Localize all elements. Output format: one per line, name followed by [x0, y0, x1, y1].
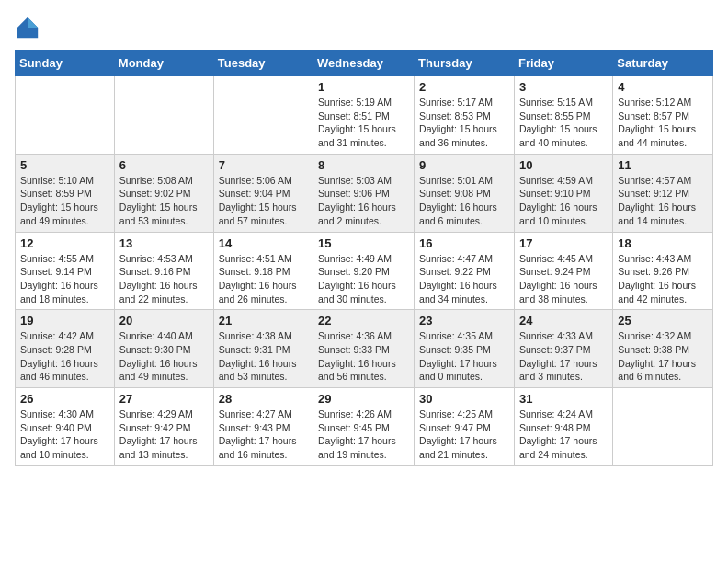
calendar-day-21: 21Sunrise: 4:38 AM Sunset: 9:31 PM Dayli…	[213, 310, 313, 388]
calendar-day-28: 28Sunrise: 4:27 AM Sunset: 9:43 PM Dayli…	[213, 388, 313, 466]
day-info: Sunrise: 4:49 AM Sunset: 9:20 PM Dayligh…	[318, 252, 409, 306]
day-info: Sunrise: 4:25 AM Sunset: 9:47 PM Dayligh…	[419, 408, 509, 462]
day-info: Sunrise: 5:06 AM Sunset: 9:04 PM Dayligh…	[219, 174, 308, 228]
calendar-table: SundayMondayTuesdayWednesdayThursdayFrid…	[15, 50, 713, 466]
logo	[15, 15, 44, 40]
day-info: Sunrise: 4:47 AM Sunset: 9:22 PM Dayligh…	[419, 252, 509, 306]
calendar-day-22: 22Sunrise: 4:36 AM Sunset: 9:33 PM Dayli…	[313, 310, 415, 388]
day-info: Sunrise: 5:03 AM Sunset: 9:06 PM Dayligh…	[318, 174, 409, 228]
calendar-day-31: 31Sunrise: 4:24 AM Sunset: 9:48 PM Dayli…	[514, 388, 612, 466]
calendar-day-11: 11Sunrise: 4:57 AM Sunset: 9:12 PM Dayli…	[613, 154, 713, 232]
calendar-week-row: 5Sunrise: 5:10 AM Sunset: 8:59 PM Daylig…	[16, 154, 713, 232]
calendar-day-13: 13Sunrise: 4:53 AM Sunset: 9:16 PM Dayli…	[114, 232, 213, 310]
calendar-day-2: 2Sunrise: 5:17 AM Sunset: 8:53 PM Daylig…	[415, 76, 515, 155]
day-number: 15	[318, 236, 409, 250]
day-number: 20	[119, 314, 209, 327]
day-number: 19	[20, 314, 109, 327]
weekday-header-sunday: Sunday	[16, 51, 115, 76]
weekday-header-row: SundayMondayTuesdayWednesdayThursdayFrid…	[16, 51, 713, 76]
day-number: 21	[219, 314, 308, 327]
day-number: 5	[20, 158, 109, 172]
calendar-day-17: 17Sunrise: 4:45 AM Sunset: 9:24 PM Dayli…	[514, 232, 612, 310]
calendar-day-24: 24Sunrise: 4:33 AM Sunset: 9:37 PM Dayli…	[514, 310, 612, 388]
day-number: 3	[519, 80, 608, 94]
day-number: 12	[20, 236, 109, 250]
day-info: Sunrise: 4:38 AM Sunset: 9:31 PM Dayligh…	[219, 329, 308, 384]
calendar-day-16: 16Sunrise: 4:47 AM Sunset: 9:22 PM Dayli…	[415, 232, 515, 310]
weekday-header-saturday: Saturday	[613, 51, 713, 76]
empty-day-cell	[114, 76, 213, 155]
weekday-header-monday: Monday	[114, 51, 213, 76]
day-info: Sunrise: 4:45 AM Sunset: 9:24 PM Dayligh…	[519, 252, 608, 306]
day-info: Sunrise: 4:51 AM Sunset: 9:18 PM Dayligh…	[219, 252, 308, 306]
day-number: 28	[219, 392, 308, 406]
day-number: 25	[618, 314, 708, 327]
day-info: Sunrise: 4:35 AM Sunset: 9:35 PM Dayligh…	[419, 329, 509, 384]
empty-day-cell	[213, 76, 313, 155]
weekday-header-friday: Friday	[514, 51, 612, 76]
empty-day-cell	[16, 76, 115, 155]
day-number: 14	[219, 236, 308, 250]
calendar-week-row: 26Sunrise: 4:30 AM Sunset: 9:40 PM Dayli…	[16, 388, 713, 466]
day-number: 1	[318, 80, 409, 94]
day-number: 30	[419, 392, 509, 406]
weekday-header-thursday: Thursday	[415, 51, 515, 76]
day-info: Sunrise: 5:10 AM Sunset: 8:59 PM Dayligh…	[20, 174, 109, 228]
calendar-day-14: 14Sunrise: 4:51 AM Sunset: 9:18 PM Dayli…	[213, 232, 313, 310]
calendar-day-19: 19Sunrise: 4:42 AM Sunset: 9:28 PM Dayli…	[16, 310, 115, 388]
day-info: Sunrise: 4:36 AM Sunset: 9:33 PM Dayligh…	[318, 329, 409, 384]
calendar-day-7: 7Sunrise: 5:06 AM Sunset: 9:04 PM Daylig…	[213, 154, 313, 232]
calendar-day-1: 1Sunrise: 5:19 AM Sunset: 8:51 PM Daylig…	[313, 76, 415, 155]
day-info: Sunrise: 4:53 AM Sunset: 9:16 PM Dayligh…	[119, 252, 209, 306]
calendar-week-row: 12Sunrise: 4:55 AM Sunset: 9:14 PM Dayli…	[16, 232, 713, 310]
empty-day-cell	[613, 388, 713, 466]
svg-marker-1	[28, 17, 38, 28]
day-number: 8	[318, 158, 409, 172]
day-info: Sunrise: 4:43 AM Sunset: 9:26 PM Dayligh…	[618, 252, 708, 306]
day-info: Sunrise: 4:40 AM Sunset: 9:30 PM Dayligh…	[119, 329, 209, 384]
day-info: Sunrise: 4:32 AM Sunset: 9:38 PM Dayligh…	[618, 329, 708, 384]
day-info: Sunrise: 5:08 AM Sunset: 9:02 PM Dayligh…	[119, 174, 209, 228]
calendar-day-6: 6Sunrise: 5:08 AM Sunset: 9:02 PM Daylig…	[114, 154, 213, 232]
calendar-day-12: 12Sunrise: 4:55 AM Sunset: 9:14 PM Dayli…	[16, 232, 115, 310]
calendar-day-25: 25Sunrise: 4:32 AM Sunset: 9:38 PM Dayli…	[613, 310, 713, 388]
day-info: Sunrise: 4:26 AM Sunset: 9:45 PM Dayligh…	[318, 408, 409, 462]
day-number: 23	[419, 314, 509, 327]
weekday-header-tuesday: Tuesday	[213, 51, 313, 76]
day-number: 31	[519, 392, 608, 406]
day-info: Sunrise: 4:29 AM Sunset: 9:42 PM Dayligh…	[119, 408, 209, 462]
calendar-day-4: 4Sunrise: 5:12 AM Sunset: 8:57 PM Daylig…	[613, 76, 713, 155]
day-number: 22	[318, 314, 409, 327]
day-info: Sunrise: 4:57 AM Sunset: 9:12 PM Dayligh…	[618, 174, 708, 228]
day-number: 16	[419, 236, 509, 250]
day-info: Sunrise: 4:27 AM Sunset: 9:43 PM Dayligh…	[219, 408, 308, 462]
calendar-day-26: 26Sunrise: 4:30 AM Sunset: 9:40 PM Dayli…	[16, 388, 115, 466]
day-number: 13	[119, 236, 209, 250]
day-number: 11	[618, 158, 708, 172]
day-number: 17	[519, 236, 608, 250]
day-info: Sunrise: 5:01 AM Sunset: 9:08 PM Dayligh…	[419, 174, 509, 228]
day-number: 4	[618, 80, 708, 94]
calendar-week-row: 19Sunrise: 4:42 AM Sunset: 9:28 PM Dayli…	[16, 310, 713, 388]
calendar-day-30: 30Sunrise: 4:25 AM Sunset: 9:47 PM Dayli…	[415, 388, 515, 466]
calendar-day-27: 27Sunrise: 4:29 AM Sunset: 9:42 PM Dayli…	[114, 388, 213, 466]
calendar-day-5: 5Sunrise: 5:10 AM Sunset: 8:59 PM Daylig…	[16, 154, 115, 232]
calendar-day-10: 10Sunrise: 4:59 AM Sunset: 9:10 PM Dayli…	[514, 154, 612, 232]
day-info: Sunrise: 5:17 AM Sunset: 8:53 PM Dayligh…	[419, 96, 509, 150]
day-info: Sunrise: 4:55 AM Sunset: 9:14 PM Dayligh…	[20, 252, 109, 306]
calendar-week-row: 1Sunrise: 5:19 AM Sunset: 8:51 PM Daylig…	[16, 76, 713, 155]
day-number: 6	[119, 158, 209, 172]
logo-icon	[15, 15, 40, 40]
calendar-day-23: 23Sunrise: 4:35 AM Sunset: 9:35 PM Dayli…	[415, 310, 515, 388]
calendar-day-3: 3Sunrise: 5:15 AM Sunset: 8:55 PM Daylig…	[514, 76, 612, 155]
calendar-day-29: 29Sunrise: 4:26 AM Sunset: 9:45 PM Dayli…	[313, 388, 415, 466]
day-info: Sunrise: 4:33 AM Sunset: 9:37 PM Dayligh…	[519, 329, 608, 384]
day-info: Sunrise: 4:42 AM Sunset: 9:28 PM Dayligh…	[20, 329, 109, 384]
day-info: Sunrise: 5:15 AM Sunset: 8:55 PM Dayligh…	[519, 96, 608, 150]
day-number: 10	[519, 158, 608, 172]
day-info: Sunrise: 5:12 AM Sunset: 8:57 PM Dayligh…	[618, 96, 708, 150]
day-info: Sunrise: 4:30 AM Sunset: 9:40 PM Dayligh…	[20, 408, 109, 462]
calendar-day-8: 8Sunrise: 5:03 AM Sunset: 9:06 PM Daylig…	[313, 154, 415, 232]
calendar-day-18: 18Sunrise: 4:43 AM Sunset: 9:26 PM Dayli…	[613, 232, 713, 310]
day-number: 26	[20, 392, 109, 406]
